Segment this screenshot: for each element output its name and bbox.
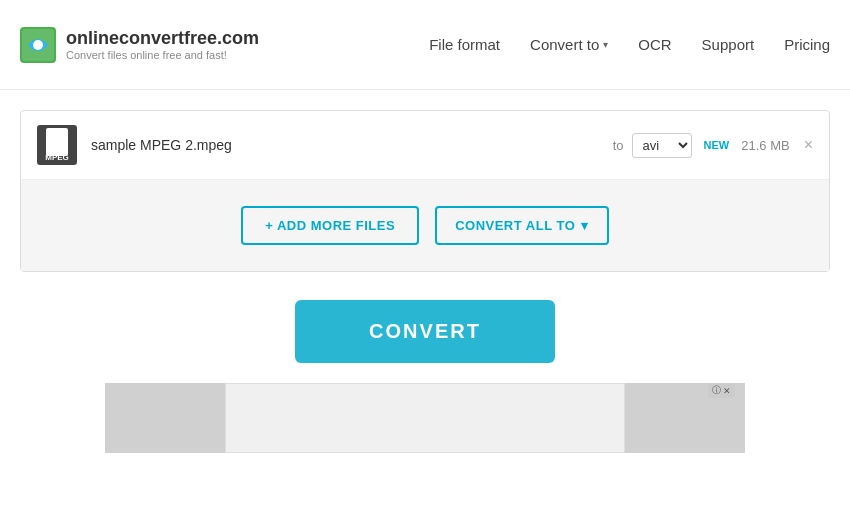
logo-icon: [20, 27, 56, 63]
file-icon: mpeg: [37, 125, 77, 165]
convert-all-chevron-icon: ▾: [581, 218, 589, 233]
logo-text-area: onlineconvertfree.com Convert files onli…: [66, 28, 259, 61]
file-size: 21.6 MB: [741, 138, 789, 153]
nav-ocr[interactable]: OCR: [638, 36, 671, 53]
file-row: mpeg sample MPEG 2.mpeg to avi mp4 mkv m…: [21, 111, 829, 180]
file-to-label: to: [613, 138, 624, 153]
file-icon-label: mpeg: [45, 153, 69, 162]
ad-badge: ⓘ ✕: [708, 383, 735, 398]
logo-title: onlineconvertfree.com: [66, 28, 259, 49]
main-nav: File format Convert to ▾ OCR Support Pri…: [429, 36, 830, 53]
file-area: mpeg sample MPEG 2.mpeg to avi mp4 mkv m…: [20, 110, 830, 272]
format-select[interactable]: avi mp4 mkv mov: [632, 133, 692, 158]
action-area: + ADD MORE FILES CONVERT ALL TO ▾: [21, 180, 829, 271]
convert-all-button[interactable]: CONVERT ALL TO ▾: [435, 206, 609, 245]
logo-subtitle: Convert files online free and fast!: [66, 49, 259, 61]
main-content: mpeg sample MPEG 2.mpeg to avi mp4 mkv m…: [0, 90, 850, 272]
ad-close-icon[interactable]: ✕: [723, 386, 731, 396]
convert-button[interactable]: CONVERT: [295, 300, 555, 363]
header: onlineconvertfree.com Convert files onli…: [0, 0, 850, 90]
nav-convert-to[interactable]: Convert to ▾: [530, 36, 608, 53]
ad-info-icon: ⓘ: [712, 384, 721, 397]
file-name: sample MPEG 2.mpeg: [91, 137, 613, 153]
ad-area: ⓘ ✕: [0, 383, 850, 453]
convert-section: CONVERT: [0, 272, 850, 383]
nav-file-format[interactable]: File format: [429, 36, 500, 53]
nav-pricing[interactable]: Pricing: [784, 36, 830, 53]
ad-left: [105, 383, 225, 453]
nav-support[interactable]: Support: [702, 36, 755, 53]
add-more-files-button[interactable]: + ADD MORE FILES: [241, 206, 419, 245]
new-badge: NEW: [704, 139, 730, 151]
remove-file-button[interactable]: ×: [804, 137, 813, 153]
logo-area: onlineconvertfree.com Convert files onli…: [20, 27, 260, 63]
file-icon-page: [46, 128, 68, 156]
convert-to-chevron-icon: ▾: [603, 39, 608, 50]
convert-all-label: CONVERT ALL TO: [455, 218, 575, 233]
svg-point-2: [33, 40, 43, 50]
ad-center: [225, 383, 625, 453]
